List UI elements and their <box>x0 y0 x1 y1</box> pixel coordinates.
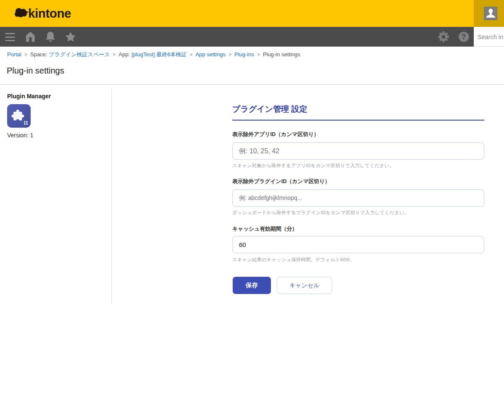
svg-text:?: ? <box>462 33 466 41</box>
